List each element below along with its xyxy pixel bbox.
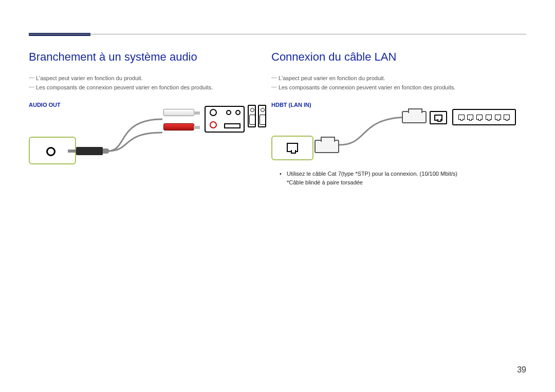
amp-knob-icon [226, 110, 231, 115]
header-divider [29, 34, 526, 34]
amp-jack-red-icon [210, 121, 217, 128]
rj45-port-icon [434, 115, 442, 121]
section-audio: Branchement à un système audio L'aspect … [29, 50, 265, 173]
network-switch-icon [452, 109, 516, 125]
rj45-plug-left-icon [314, 140, 339, 153]
wall-jack-icon [430, 111, 447, 124]
rj45-port-icon [287, 143, 298, 152]
lan-note-2: Les composants de connexion peuvent vari… [271, 84, 528, 90]
page-number: 39 [517, 365, 526, 375]
rj45-port-icon [495, 115, 501, 120]
lan-cable-icon [338, 111, 410, 148]
audio-jack-icon [46, 147, 55, 156]
speaker-left-icon [248, 105, 256, 127]
rca-red-plug-icon [163, 123, 194, 130]
rj45-port-icon [486, 115, 492, 120]
hdbt-lan-port-icon [271, 136, 313, 160]
rj45-port-icon [504, 115, 510, 120]
header-accent-bar [29, 33, 90, 36]
audio-note-1: L'aspect peut varier en fonction du prod… [29, 75, 265, 81]
rca-white-plug-icon [163, 109, 194, 116]
section-lan: Connexion du câble LAN L'aspect peut var… [271, 50, 528, 186]
rj45-port-icon [476, 115, 483, 120]
section-title-lan: Connexion du câble LAN [271, 50, 528, 64]
lan-bullet-text-line1: Utilisez le câble Cat 7(type *STP) pour … [287, 171, 457, 177]
lan-bullet-text-line2: *Câble blindé à paire torsadée [287, 179, 363, 185]
diagram-lan-connection [271, 111, 528, 162]
lan-bullet-item: Utilisez le câble Cat 7(type *STP) pour … [271, 170, 528, 186]
audio-note-2: Les composants de connexion peuvent vari… [29, 84, 265, 90]
speaker-right-icon [258, 105, 266, 127]
rj45-port-icon [458, 115, 465, 120]
lan-bullet-list: Utilisez le câble Cat 7(type *STP) pour … [271, 170, 528, 186]
diagram-audio-connection [29, 111, 265, 173]
lan-note-1: L'aspect peut varier en fonction du prod… [271, 75, 528, 81]
amplifier-icon [205, 106, 245, 133]
amp-jack-white-icon [210, 109, 217, 116]
amp-knob-icon [235, 110, 240, 115]
audio-cable-icon [107, 117, 163, 154]
port-label-hdbt-lan-in: HDBT (LAN IN) [271, 102, 528, 108]
rj45-plug-right-icon [402, 111, 427, 123]
amp-slot-icon [224, 123, 240, 128]
trs-plug-icon [76, 147, 103, 155]
rj45-port-icon [467, 115, 473, 120]
section-title-audio: Branchement à un système audio [29, 50, 265, 64]
